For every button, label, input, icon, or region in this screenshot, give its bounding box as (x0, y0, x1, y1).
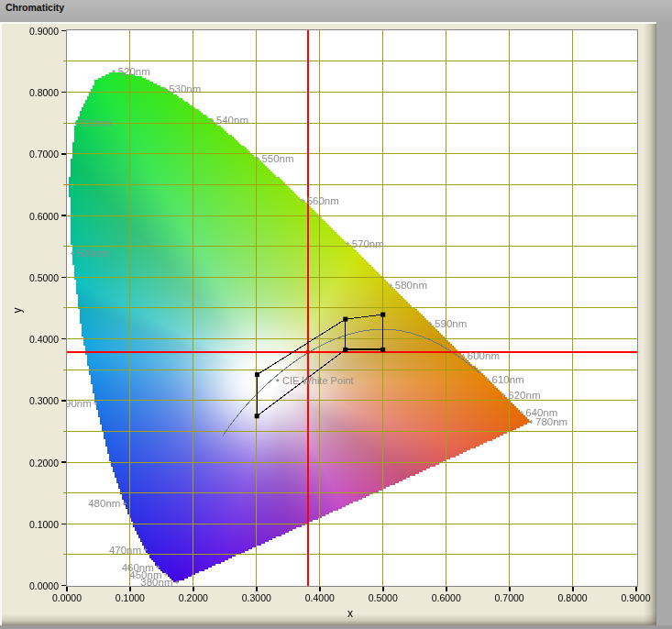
svg-text:0.7000: 0.7000 (495, 592, 524, 603)
svg-text:570nm: 570nm (352, 238, 384, 249)
svg-text:0.7000: 0.7000 (29, 149, 59, 160)
svg-text:530nm: 530nm (169, 83, 201, 94)
svg-text:0.0000: 0.0000 (29, 580, 59, 591)
svg-text:560nm: 560nm (307, 195, 339, 206)
svg-text:470nm: 470nm (109, 545, 141, 556)
svg-text:510nm: 510nm (80, 117, 112, 128)
svg-text:600nm: 600nm (468, 350, 500, 361)
svg-text:0.4000: 0.4000 (305, 592, 335, 603)
svg-text:0.6000: 0.6000 (432, 592, 461, 603)
svg-text:540nm: 540nm (216, 115, 248, 126)
svg-text:0.6000: 0.6000 (29, 211, 59, 222)
svg-text:610nm: 610nm (492, 374, 524, 385)
svg-text:0.9000: 0.9000 (621, 592, 650, 603)
svg-text:0.2000: 0.2000 (29, 458, 59, 469)
svg-text:780nm: 780nm (535, 416, 567, 427)
svg-text:0.0000: 0.0000 (52, 592, 82, 603)
svg-text:500nm: 500nm (76, 248, 108, 259)
svg-text:0.9000: 0.9000 (29, 26, 59, 37)
svg-text:460nm: 460nm (122, 562, 154, 573)
svg-text:0.1000: 0.1000 (29, 519, 59, 530)
svg-text:490nm: 490nm (60, 398, 92, 409)
svg-text:y: y (11, 308, 24, 314)
svg-text:0.8000: 0.8000 (558, 592, 588, 603)
svg-text:590nm: 590nm (435, 318, 467, 329)
svg-text:0.3000: 0.3000 (29, 395, 59, 406)
svg-text:550nm: 550nm (261, 153, 293, 164)
svg-text:580nm: 580nm (395, 280, 427, 291)
svg-text:x: x (347, 607, 353, 620)
svg-text:0.4000: 0.4000 (29, 334, 59, 345)
svg-text:620nm: 620nm (508, 390, 540, 401)
svg-text:0.1000: 0.1000 (116, 592, 145, 603)
svg-text:CIE White Point: CIE White Point (282, 375, 354, 386)
svg-text:0.8000: 0.8000 (29, 87, 59, 98)
svg-text:0.5000: 0.5000 (29, 272, 59, 283)
svg-text:480nm: 480nm (88, 498, 120, 509)
svg-text:0.5000: 0.5000 (369, 592, 398, 603)
svg-text:0.2000: 0.2000 (179, 592, 208, 603)
svg-text:520nm: 520nm (118, 66, 150, 77)
svg-text:0.3000: 0.3000 (242, 592, 271, 603)
